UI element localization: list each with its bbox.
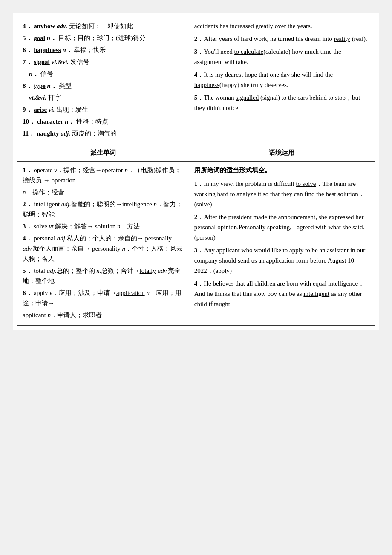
pos: n．	[65, 118, 75, 125]
word-happiness: happiness	[194, 81, 219, 88]
meaning: 类型	[59, 82, 72, 89]
entry-7b: n． 信号	[23, 69, 184, 79]
pos: adj.	[61, 130, 70, 137]
word-intelligent: intelligent	[303, 290, 329, 297]
word: character	[37, 118, 63, 125]
pos: v．	[49, 289, 59, 296]
meaning: 顽皮的；淘气的	[72, 130, 117, 137]
word-calculate: to calculate	[234, 48, 263, 55]
pos: n．	[29, 70, 39, 77]
meaning: 出现；发生	[56, 106, 88, 113]
meaning: n．申请人；求职者	[46, 312, 102, 318]
pos: v．	[54, 167, 63, 173]
meaning2: n．方法	[115, 223, 139, 230]
entry-num: 3．	[23, 223, 32, 230]
num: 3	[194, 247, 198, 254]
meaning: 应用；涉及；申请→	[59, 289, 116, 296]
num: 4	[194, 71, 198, 78]
usage-3: 3．Any applicant who would like to apply …	[194, 245, 369, 276]
top-right-content: accidents has increased greatly over the…	[194, 21, 369, 113]
header-usage: 语境运用	[189, 144, 375, 162]
pos: n．	[62, 46, 72, 53]
entry-11: 11． naughty adj. 顽皮的；淘气的	[23, 128, 184, 139]
word-signalled: signalled	[236, 94, 259, 101]
bottom-right-cell: 用所给词的适当形式填空。 1．In my view, the problem i…	[189, 162, 375, 326]
pos: adj.	[61, 201, 71, 208]
meaning: 无论如何； 即使如此	[69, 23, 133, 29]
word: naughty	[37, 130, 59, 137]
meaning: 信号	[40, 70, 53, 77]
entry-num: 7．	[23, 58, 32, 65]
word: happiness	[34, 46, 61, 53]
derived-4: 4． personal adj.私人的；个人的；亲自的→ personally …	[23, 233, 184, 264]
word: signal	[34, 58, 50, 65]
usage-header: 用所给词的适当形式填空。	[194, 165, 369, 175]
usage-2: 2．After the president made the announcem…	[194, 212, 369, 243]
top-left-cell: 4． anyhow adv. 无论如何； 即使如此 5． goal n． 目标；…	[17, 17, 189, 144]
sentence-3: 3．You'll need to calculate(calculate) ho…	[194, 46, 369, 67]
pos: vi.&vt.	[52, 58, 69, 65]
main-table: 4． anyhow adv. 无论如何； 即使如此 5． goal n． 目标；…	[17, 17, 375, 326]
word-solution: solution	[337, 191, 358, 197]
meaning: 目标；目的；球门；(进球)得分	[58, 35, 146, 41]
pos: vt.&vi.	[29, 94, 46, 101]
pos: adj.	[57, 235, 67, 242]
sentence-1: accidents has increased greatly over the…	[194, 21, 369, 31]
num: 2	[194, 214, 198, 220]
num: 3	[194, 48, 198, 55]
word-apply: apply	[34, 289, 49, 296]
entry-num: 5．	[23, 35, 32, 41]
num: 4	[194, 280, 198, 287]
meaning: 操作；经营→	[63, 167, 102, 173]
pos: adv.	[57, 23, 67, 29]
derived-5: 5． total adj.总的；整个的 n.总数；合计→totally adv.…	[23, 266, 184, 286]
word-application: application	[116, 289, 145, 296]
pos: vt.	[49, 223, 55, 230]
word-total: total	[34, 267, 46, 274]
word-personally: personally	[145, 235, 172, 242]
derived-1b: n．操作；经营	[23, 187, 184, 197]
entry-num: 4．	[23, 23, 32, 29]
word-applicant: applicant	[216, 247, 240, 254]
word-operate: operate	[34, 167, 54, 173]
pos: vi.	[49, 106, 55, 113]
word-personality: personality	[92, 245, 121, 252]
word-applicant: applicant	[23, 312, 46, 318]
word: anyhow	[34, 23, 55, 29]
top-right-cell: accidents has increased greatly over the…	[189, 17, 375, 144]
word-apply: apply	[289, 247, 303, 254]
entry-9: 9． arise vi. 出现；发生	[23, 104, 184, 115]
word-application: application	[266, 257, 294, 264]
word-personal: personal	[34, 235, 57, 242]
word-reality: reality	[334, 35, 350, 42]
meaning: 总的；整个的	[57, 267, 97, 274]
entry-num: 11．	[23, 130, 35, 137]
word: type	[34, 82, 46, 89]
meaning2: 总数；合计→	[101, 267, 140, 274]
sentence-2: 2．After years of hard work, he turned hi…	[194, 34, 369, 44]
meaning: 解决；解答→	[55, 223, 95, 230]
header-vocab: 派生单词	[17, 144, 189, 162]
word: arise	[34, 106, 47, 113]
word-operation: operation	[52, 177, 76, 184]
derived-3: 3． solve vt.解决；解答→ solution n．方法	[23, 221, 184, 231]
pos: n．	[47, 82, 57, 89]
entry-num: 9．	[23, 106, 32, 113]
derived-6b: applicant n．申请人；求职者	[23, 310, 184, 320]
derived-6: 6． apply v．应用；涉及；申请→application n．应用；用途；…	[23, 288, 184, 308]
meaning: 发信号	[70, 58, 89, 65]
entry-7: 7． signal vi.&vt. 发信号	[23, 57, 184, 67]
meaning: 操作；经营	[32, 189, 64, 196]
entry-6: 6． happiness n． 幸福；快乐	[23, 45, 184, 55]
bottom-right-content: 用所给词的适当形式填空。 1．In my view, the problem i…	[194, 165, 369, 309]
entry-num: 10．	[23, 118, 35, 125]
entry-num: 5．	[23, 267, 32, 274]
page-container: 4． anyhow adv. 无论如何； 即使如此 5． goal n． 目标；…	[13, 13, 379, 330]
meaning2: adv.就个人而言；亲自→	[23, 245, 92, 252]
word: goal	[34, 35, 45, 41]
meaning: 智能的；聪明的→	[71, 201, 122, 208]
word-intelligence: intelligence	[328, 280, 358, 287]
sentence-5: 5．The woman signalled (signal) to the ca…	[194, 92, 369, 113]
usage-1: 1．In my view, the problem is difficult t…	[194, 179, 369, 209]
word-personally: Personally	[239, 224, 265, 231]
